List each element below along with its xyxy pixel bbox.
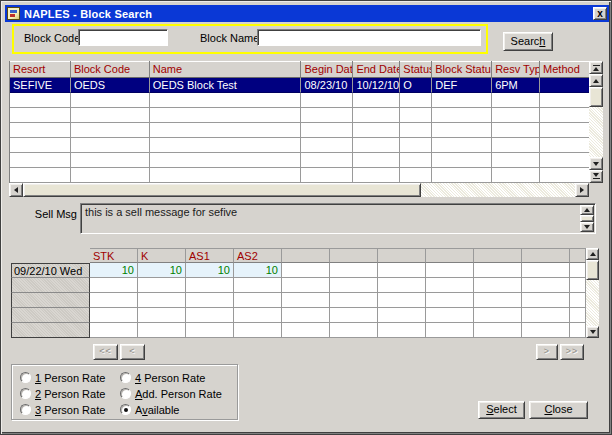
block-name-label: Block Name [200, 32, 259, 44]
sell-msg-label: Sell Msg [31, 208, 77, 220]
select-button[interactable]: Select [478, 401, 525, 419]
grid-data-row[interactable]: 09/22/10 Wed 10 10 10 10 [11, 263, 586, 278]
grid-first-page-button[interactable]: << [93, 344, 118, 360]
table-cell-empty [10, 123, 71, 138]
radio-add-person-rate[interactable]: Add. Person Rate [120, 387, 222, 400]
grid-cell-empty [474, 278, 522, 293]
table-row-empty[interactable] [10, 138, 589, 153]
grid-vscroll-thumb[interactable] [586, 260, 599, 280]
scroll-up-icon[interactable] [586, 248, 599, 260]
titlebar[interactable]: NAPLES - Block Search x [5, 5, 609, 22]
table-cell-empty [400, 108, 432, 123]
sell-msg-scroll-thumb[interactable] [580, 215, 594, 222]
grid-vertical-scrollbar [586, 248, 599, 338]
radio-3-person-rate[interactable]: 3 Person Rate [20, 403, 105, 416]
grid-cell-empty [138, 308, 186, 323]
scroll-right-icon[interactable] [575, 183, 589, 197]
table-vertical-scrollbar [589, 61, 603, 183]
header-method[interactable]: Method [540, 61, 589, 78]
radio-icon[interactable] [120, 388, 131, 399]
block-code-input[interactable] [78, 29, 168, 46]
grid-value-as2[interactable]: 10 [234, 263, 282, 278]
radio-2-person-rate[interactable]: 2 Person Rate [20, 387, 105, 400]
header-resv-type[interactable]: Resv Type [492, 61, 540, 78]
scroll-down-icon[interactable] [580, 222, 594, 232]
grid-cell-empty [426, 278, 474, 293]
radio-icon[interactable] [20, 404, 31, 415]
table-cell-empty [301, 153, 353, 168]
scroll-up-icon[interactable] [589, 74, 603, 87]
grid-header-blank [330, 248, 378, 263]
header-block-code[interactable]: Block Code [71, 61, 150, 78]
grid-value-as1[interactable]: 10 [186, 263, 234, 278]
grid-header-blank [474, 248, 522, 263]
header-name[interactable]: Name [150, 61, 302, 78]
header-block-status[interactable]: Block Status [432, 61, 492, 78]
radio-icon[interactable] [120, 372, 131, 383]
header-end-date[interactable]: End Date [353, 61, 400, 78]
table-cell-empty [71, 168, 150, 183]
table-row-empty[interactable] [10, 153, 589, 168]
table-cell-empty [301, 138, 353, 153]
table-row-empty[interactable] [10, 108, 589, 123]
close-button[interactable]: Close [529, 401, 588, 419]
scroll-down-icon[interactable] [589, 157, 603, 170]
grid-last-page-button[interactable]: >> [560, 344, 584, 360]
grid-cell-empty [330, 278, 378, 293]
table-row-empty[interactable] [10, 168, 589, 183]
table-row-empty[interactable] [10, 123, 589, 138]
header-status[interactable]: Status [400, 61, 432, 78]
grid-cell-empty [330, 323, 378, 338]
scroll-to-top-icon[interactable] [589, 61, 603, 74]
grid-cell-empty-end [570, 278, 586, 293]
table-vscroll-track[interactable] [589, 107, 603, 157]
close-window-icon[interactable]: x [593, 7, 607, 20]
table-row-selected[interactable]: SEFIVE OEDS OEDS Block Test 08/23/10 10/… [10, 78, 589, 93]
scroll-down-icon[interactable] [586, 326, 599, 338]
grid-cell-empty [330, 308, 378, 323]
table-cell-empty [400, 123, 432, 138]
scroll-up-icon[interactable] [580, 205, 594, 215]
table-cell-empty [540, 93, 589, 108]
grid-value-stk[interactable]: 10 [90, 263, 138, 278]
table-cell-empty [432, 123, 492, 138]
table-row-empty[interactable] [10, 93, 589, 108]
grid-value-k[interactable]: 10 [138, 263, 186, 278]
grid-cell-empty [90, 278, 138, 293]
radio-icon[interactable] [20, 372, 31, 383]
grid-row-label-empty [11, 308, 90, 323]
cell-resort: SEFIVE [10, 78, 71, 93]
scroll-left-icon[interactable] [9, 183, 23, 197]
grid-cell-empty [426, 263, 474, 278]
table-cell-empty [353, 108, 400, 123]
radio-icon[interactable] [120, 404, 131, 415]
radio-1-person-rate[interactable]: 1 Person Rate [20, 371, 105, 384]
radio-4-person-rate[interactable]: 4 Person Rate [120, 371, 205, 384]
sell-msg-field[interactable]: this is a sell message for sefive [80, 203, 596, 234]
table-hscroll-track[interactable] [421, 183, 575, 197]
block-search-window: NAPLES - Block Search x Block Code Block… [0, 0, 612, 435]
table-cell-empty [353, 93, 400, 108]
grid-vscroll-track[interactable] [586, 280, 599, 326]
table-cell-empty [71, 138, 150, 153]
radio-available[interactable]: Available [120, 403, 179, 416]
header-resort[interactable]: Resort [10, 61, 71, 78]
grid-prev-page-button[interactable]: < [120, 344, 145, 360]
grid-cell-empty [378, 263, 426, 278]
table-cell-empty [432, 93, 492, 108]
table-cell-empty [353, 123, 400, 138]
block-name-input[interactable] [257, 29, 481, 46]
cell-begin-date: 08/23/10 [301, 78, 353, 93]
header-begin-date[interactable]: Begin Date [301, 61, 353, 78]
search-button[interactable]: Search [503, 32, 553, 51]
grid-cell-empty [90, 293, 138, 308]
scroll-to-bottom-icon[interactable] [589, 170, 603, 183]
grid-cell-empty [234, 278, 282, 293]
table-hscroll-thumb[interactable] [23, 183, 421, 197]
grid-corner [11, 248, 90, 263]
grid-cell-empty [186, 293, 234, 308]
grid-cell-empty [426, 308, 474, 323]
table-vscroll-thumb[interactable] [589, 87, 603, 107]
radio-icon[interactable] [20, 388, 31, 399]
grid-next-page-button[interactable]: > [536, 344, 558, 360]
